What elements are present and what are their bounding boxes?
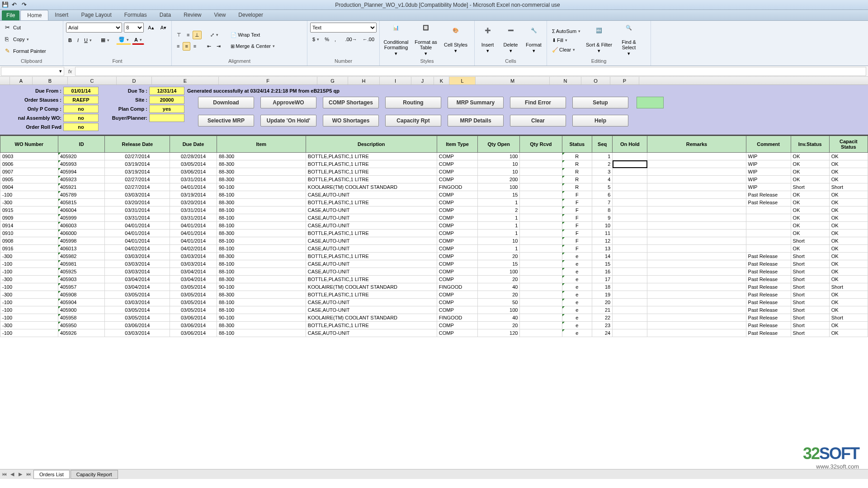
cell[interactable] [520, 276, 562, 283]
cell[interactable]: 03/05/2014 [170, 299, 217, 306]
cell[interactable] [520, 230, 562, 237]
clear-button[interactable]: 🧹 Clear [550, 46, 583, 54]
cell[interactable]: 405921 [58, 183, 105, 191]
cell[interactable]: -300 [0, 291, 58, 299]
cell[interactable] [647, 191, 746, 199]
cell[interactable] [520, 168, 562, 176]
cell[interactable] [613, 222, 647, 230]
table-row[interactable]: 090840599804/01/201404/01/201488-100CASE… [0, 237, 868, 245]
cell[interactable]: 03/19/2014 [170, 191, 217, 199]
autosum-button[interactable]: Σ AutoSum [550, 27, 583, 35]
cell[interactable]: R [562, 183, 592, 191]
cell[interactable] [520, 176, 562, 183]
cell[interactable]: OK [829, 199, 868, 206]
cell[interactable]: e [562, 299, 592, 306]
save-icon[interactable] [2, 1, 9, 9]
align-left-icon[interactable]: ≡ [175, 42, 182, 51]
col-header-J[interactable]: J [411, 77, 434, 84]
cell[interactable] [613, 299, 647, 306]
clear-button[interactable]: Clear [510, 115, 566, 127]
sheet-tab-capacity-report[interactable]: Capacity Report [71, 470, 118, 479]
wo-shortages-button[interactable]: WO Shortages [323, 115, 379, 127]
cell[interactable]: 02/27/2014 [105, 153, 170, 160]
cell[interactable]: 120 [478, 329, 520, 337]
cell[interactable] [520, 299, 562, 306]
cell[interactable]: 90-100 [217, 314, 306, 322]
cell[interactable]: CASE,AUTO-UNIT [306, 222, 437, 230]
cell[interactable]: OK [791, 168, 829, 176]
cell[interactable]: 88-300 [217, 168, 306, 176]
table-row[interactable]: -10040592503/03/201403/04/201488-100CASE… [0, 268, 868, 276]
formula-input[interactable] [75, 67, 866, 76]
cell[interactable] [647, 230, 746, 237]
align-center-icon[interactable]: ≡ [183, 42, 190, 51]
border-button[interactable]: ▦ [99, 35, 112, 45]
col-header-G[interactable]: G [317, 77, 348, 84]
column-header[interactable]: Due Date [170, 136, 217, 153]
cell[interactable]: 03/03/2014 [105, 299, 170, 306]
cell[interactable]: 0905 [0, 176, 58, 183]
sheet-tab-orders-list[interactable]: Orders List [33, 470, 70, 479]
table-row[interactable]: -10040592603/03/201403/06/201488-100CASE… [0, 329, 868, 337]
cell[interactable]: 90-100 [217, 183, 306, 191]
panel-value[interactable]: 01/01/14 [63, 87, 99, 95]
col-header-O[interactable]: O [581, 77, 610, 84]
cell[interactable]: 04/01/2014 [105, 222, 170, 230]
cell[interactable]: COMP [437, 253, 477, 260]
cell[interactable]: COMP [437, 306, 477, 314]
cell[interactable]: COMP [437, 276, 477, 283]
cell[interactable]: 405920 [58, 153, 105, 160]
cell[interactable]: 1 [478, 230, 520, 237]
cell[interactable]: 6 [592, 191, 613, 199]
cell[interactable]: e [562, 260, 592, 268]
delete-button[interactable]: ➖Delete▾ [500, 28, 521, 53]
cell[interactable]: 405904 [58, 299, 105, 306]
cell[interactable]: Short [829, 183, 868, 191]
cell[interactable]: Short [791, 283, 829, 291]
cell[interactable] [613, 253, 647, 260]
align-top-icon[interactable]: ⊤ [175, 31, 184, 39]
table-row[interactable]: -10040578903/03/201403/19/201488-100CASE… [0, 191, 868, 199]
table-row[interactable]: 091040600004/01/201404/01/201488-300BOTT… [0, 230, 868, 237]
cell[interactable]: OK [829, 253, 868, 260]
cell[interactable]: -100 [0, 299, 58, 306]
cell[interactable]: Short [791, 268, 829, 276]
column-header[interactable]: WO Number [0, 136, 58, 153]
cell[interactable]: 03/03/2014 [170, 260, 217, 268]
cell[interactable] [520, 268, 562, 276]
cell[interactable] [520, 283, 562, 291]
col-header-E[interactable]: E [152, 77, 219, 84]
table-row[interactable]: 091440600304/01/201404/01/201488-100CASE… [0, 222, 868, 230]
cell[interactable]: OK [791, 176, 829, 183]
cell[interactable]: OK [791, 153, 829, 160]
cell[interactable] [647, 160, 746, 168]
cell[interactable]: 88-300 [217, 230, 306, 237]
cell[interactable] [613, 314, 647, 322]
cell[interactable]: 1 [592, 153, 613, 160]
cell[interactable] [520, 237, 562, 245]
cell[interactable]: Short [791, 253, 829, 260]
cell[interactable]: 88-300 [217, 253, 306, 260]
select-all-corner[interactable] [0, 77, 10, 84]
cell[interactable]: COMP [437, 237, 477, 245]
cell[interactable] [613, 291, 647, 299]
cell[interactable]: 405789 [58, 191, 105, 199]
cell[interactable]: F [562, 191, 592, 199]
col-header-A[interactable]: A [10, 77, 33, 84]
col-header-N[interactable]: N [550, 77, 581, 84]
table-row[interactable]: 091640601304/02/201404/02/201488-100CASE… [0, 245, 868, 253]
cell[interactable] [520, 260, 562, 268]
cell[interactable] [746, 230, 791, 237]
cell[interactable]: WIP [746, 168, 791, 176]
cell[interactable]: COMP [437, 176, 477, 183]
cell[interactable]: 03/06/2014 [105, 322, 170, 329]
cell[interactable]: BOTTLE,PLASTIC,1 LITRE [306, 291, 437, 299]
cell[interactable]: OK [791, 214, 829, 222]
cell[interactable]: -300 [0, 322, 58, 329]
cell[interactable]: 03/04/2014 [170, 268, 217, 276]
cell[interactable]: Short [791, 306, 829, 314]
cell[interactable]: WIP [746, 160, 791, 168]
cell[interactable]: OK [829, 237, 868, 245]
cell[interactable]: KOOLAIRE(TM) COOLANT STANDARD [306, 314, 437, 322]
cell[interactable]: 40 [478, 314, 520, 322]
